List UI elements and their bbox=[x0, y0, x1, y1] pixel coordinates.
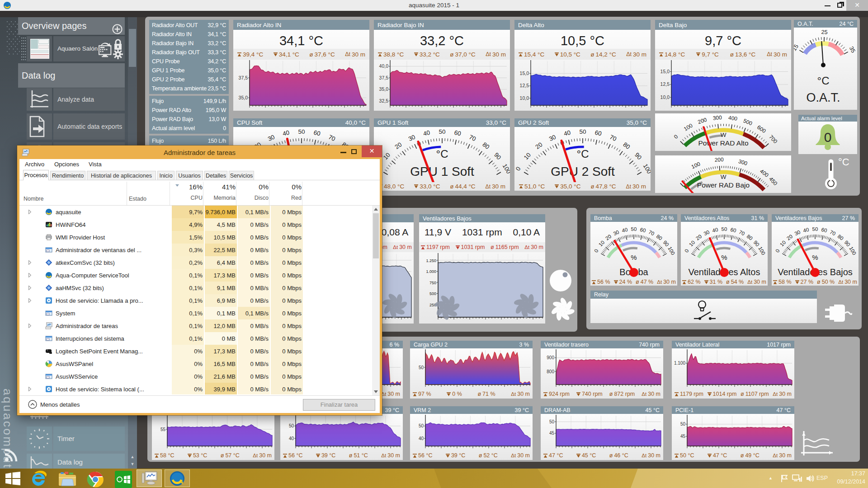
svg-text:32,5: 32,5 bbox=[379, 98, 389, 103]
svg-text:12,5: 12,5 bbox=[660, 81, 670, 87]
svg-text:GPU 2 Soft: GPU 2 Soft bbox=[551, 164, 615, 178]
svg-text:90: 90 bbox=[633, 151, 643, 161]
svg-text:20: 20 bbox=[604, 234, 612, 241]
svg-text:50: 50 bbox=[419, 423, 424, 428]
svg-text:1.000: 1.000 bbox=[426, 269, 436, 274]
svg-text:50: 50 bbox=[298, 128, 305, 135]
svg-text:300: 300 bbox=[712, 114, 722, 122]
svg-text:80: 80 bbox=[481, 141, 491, 150]
svg-text:45: 45 bbox=[680, 434, 686, 439]
svg-text:800: 800 bbox=[547, 369, 554, 374]
svg-text:10,0: 10,0 bbox=[660, 94, 670, 100]
svg-text:300: 300 bbox=[738, 158, 749, 167]
svg-text:60: 60 bbox=[639, 227, 646, 233]
svg-text:0: 0 bbox=[824, 130, 832, 145]
svg-text:40,0: 40,0 bbox=[379, 63, 389, 69]
svg-text:O.A.T.: O.A.T. bbox=[806, 91, 840, 104]
svg-text:40: 40 bbox=[289, 436, 294, 441]
svg-text:60: 60 bbox=[821, 227, 827, 233]
svg-text:50: 50 bbox=[439, 128, 445, 135]
svg-text:30: 30 bbox=[267, 133, 276, 142]
svg-text:Power RAD Alto: Power RAD Alto bbox=[698, 139, 748, 147]
svg-text:15,0: 15,0 bbox=[520, 70, 529, 76]
svg-text:°C: °C bbox=[577, 148, 589, 160]
svg-text:20: 20 bbox=[394, 141, 403, 150]
svg-text:450: 450 bbox=[768, 176, 778, 187]
svg-text:400: 400 bbox=[728, 114, 738, 122]
svg-text:1.250: 1.250 bbox=[426, 258, 436, 263]
svg-text:35,0: 35,0 bbox=[379, 86, 389, 92]
svg-text:0: 0 bbox=[673, 133, 679, 140]
svg-text:30: 30 bbox=[548, 133, 557, 142]
svg-text:0: 0 bbox=[514, 166, 522, 172]
svg-text:50: 50 bbox=[631, 226, 637, 232]
svg-text:30: 30 bbox=[794, 229, 802, 236]
svg-text:10: 10 bbox=[523, 151, 532, 161]
svg-text:0: 0 bbox=[774, 248, 781, 253]
svg-text:70: 70 bbox=[609, 133, 618, 142]
svg-text:400: 400 bbox=[759, 168, 770, 178]
svg-text:60: 60 bbox=[313, 129, 321, 137]
svg-text:70: 70 bbox=[648, 229, 656, 236]
svg-text:15,0: 15,0 bbox=[660, 69, 670, 74]
svg-text:200: 200 bbox=[714, 156, 724, 163]
svg-text:35,0: 35,0 bbox=[239, 95, 248, 100]
svg-text:0: 0 bbox=[593, 248, 599, 253]
svg-text:20: 20 bbox=[534, 141, 544, 150]
svg-text:100: 100 bbox=[501, 163, 510, 175]
svg-text:%: % bbox=[631, 253, 637, 261]
svg-text:90: 90 bbox=[844, 239, 851, 248]
svg-text:55: 55 bbox=[160, 427, 166, 432]
svg-text:30: 30 bbox=[407, 133, 416, 142]
svg-text:30: 30 bbox=[613, 229, 620, 236]
svg-text:40: 40 bbox=[621, 227, 628, 233]
svg-text:50: 50 bbox=[680, 422, 686, 427]
svg-text:30: 30 bbox=[703, 229, 711, 236]
svg-text:0: 0 bbox=[684, 248, 690, 253]
svg-text:1.100: 1.100 bbox=[674, 361, 685, 366]
svg-text:10: 10 bbox=[688, 239, 696, 248]
svg-text:90: 90 bbox=[753, 239, 760, 248]
svg-text:20: 20 bbox=[786, 234, 793, 241]
svg-text:10: 10 bbox=[779, 239, 787, 248]
svg-text:50: 50 bbox=[549, 419, 555, 424]
svg-text:40: 40 bbox=[802, 227, 809, 233]
svg-text:60: 60 bbox=[730, 227, 736, 233]
svg-text:900: 900 bbox=[547, 355, 554, 360]
svg-text:GPU 1 Soft: GPU 1 Soft bbox=[410, 164, 474, 178]
svg-text:W: W bbox=[721, 131, 726, 138]
svg-text:70: 70 bbox=[327, 133, 336, 142]
svg-text:80: 80 bbox=[656, 234, 663, 241]
svg-text:12,5: 12,5 bbox=[520, 83, 529, 88]
svg-text:40: 40 bbox=[712, 227, 718, 233]
svg-text:W: W bbox=[721, 174, 726, 180]
svg-text:°C: °C bbox=[436, 148, 448, 160]
svg-text:90: 90 bbox=[662, 239, 670, 248]
svg-text:45: 45 bbox=[549, 431, 555, 436]
svg-text:25: 25 bbox=[821, 29, 827, 35]
svg-text:%: % bbox=[812, 253, 818, 261]
svg-text:50: 50 bbox=[419, 365, 424, 370]
svg-text:60: 60 bbox=[453, 129, 462, 137]
svg-text:10: 10 bbox=[598, 239, 605, 248]
svg-text:40: 40 bbox=[419, 436, 424, 441]
svg-text:70: 70 bbox=[738, 229, 746, 236]
svg-text:50: 50 bbox=[579, 128, 586, 135]
svg-text:50: 50 bbox=[289, 423, 294, 428]
svg-text:37,5: 37,5 bbox=[239, 75, 248, 80]
svg-text:80: 80 bbox=[622, 141, 631, 150]
svg-text:%: % bbox=[721, 253, 727, 261]
svg-text:200: 200 bbox=[697, 117, 708, 126]
svg-text:70: 70 bbox=[829, 229, 837, 236]
svg-text:40: 40 bbox=[423, 129, 431, 137]
svg-text:100: 100 bbox=[757, 246, 766, 256]
svg-text:40: 40 bbox=[563, 129, 571, 137]
svg-text:60: 60 bbox=[594, 129, 602, 137]
svg-text:100: 100 bbox=[642, 163, 651, 175]
svg-text:50: 50 bbox=[812, 226, 818, 232]
svg-text:100: 100 bbox=[683, 122, 694, 132]
svg-text:100: 100 bbox=[667, 246, 676, 256]
svg-text:50: 50 bbox=[722, 226, 727, 232]
svg-text:70: 70 bbox=[468, 133, 477, 142]
svg-text:40: 40 bbox=[282, 129, 290, 137]
